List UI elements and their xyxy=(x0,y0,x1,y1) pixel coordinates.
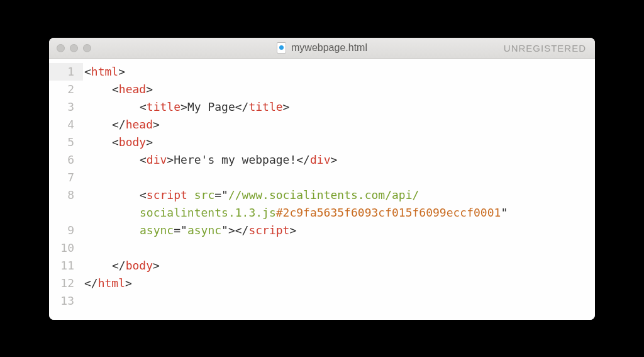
zoom-icon[interactable] xyxy=(83,44,91,52)
code-line[interactable]: socialintents.1.3.js#2c9fa5635f6093cf015… xyxy=(84,204,589,222)
code-line[interactable]: </html> xyxy=(84,275,589,292)
close-icon[interactable] xyxy=(57,44,65,52)
code-line[interactable] xyxy=(84,292,589,310)
code-line[interactable]: <div>Here's my webpage!</div> xyxy=(84,151,589,169)
editor-area[interactable]: 1 2 3 4 5 6 7 8 9 10 11 12 13 <html><hea… xyxy=(49,59,595,320)
filename: mywebpage.html xyxy=(291,42,367,54)
code-line[interactable]: <body> xyxy=(84,133,589,151)
line-number: 8 xyxy=(55,186,74,204)
code-line[interactable]: </body> xyxy=(84,257,589,275)
line-number: 13 xyxy=(55,292,74,310)
line-number: 1 xyxy=(49,63,83,81)
code-line[interactable]: <title>My Page</title> xyxy=(84,98,589,116)
line-number: 6 xyxy=(55,151,74,169)
line-number: 10 xyxy=(55,239,74,257)
code-line[interactable]: <html> xyxy=(84,63,589,81)
line-number: 5 xyxy=(55,133,74,151)
line-number: 7 xyxy=(55,169,74,186)
line-number: 3 xyxy=(55,98,74,116)
title-group: mywebpage.html xyxy=(277,42,367,54)
code-line[interactable]: </head> xyxy=(84,116,589,133)
code-line[interactable]: <script src="//www.socialintents.com/api… xyxy=(84,186,589,204)
file-icon xyxy=(277,42,286,54)
window-controls xyxy=(49,44,91,52)
line-number: 11 xyxy=(55,257,74,275)
line-number: 9 xyxy=(55,222,74,239)
code-line[interactable]: <head> xyxy=(84,81,589,98)
code-line[interactable] xyxy=(84,169,589,186)
registration-status: UNREGISTERED xyxy=(504,43,586,54)
line-number: 4 xyxy=(55,116,74,133)
minimize-icon[interactable] xyxy=(70,44,78,52)
titlebar[interactable]: mywebpage.html UNREGISTERED xyxy=(49,38,595,59)
line-number: 12 xyxy=(55,275,74,292)
line-gutter: 1 2 3 4 5 6 7 8 9 10 11 12 13 xyxy=(49,59,83,314)
code-line[interactable]: async="async"></script> xyxy=(84,222,589,239)
line-number: 2 xyxy=(55,81,74,98)
code-area[interactable]: <html><head><title>My Page</title></head… xyxy=(83,59,595,314)
code-line[interactable] xyxy=(84,239,589,257)
editor-window: mywebpage.html UNREGISTERED 1 2 3 4 5 6 … xyxy=(49,38,595,320)
line-number xyxy=(55,204,74,222)
